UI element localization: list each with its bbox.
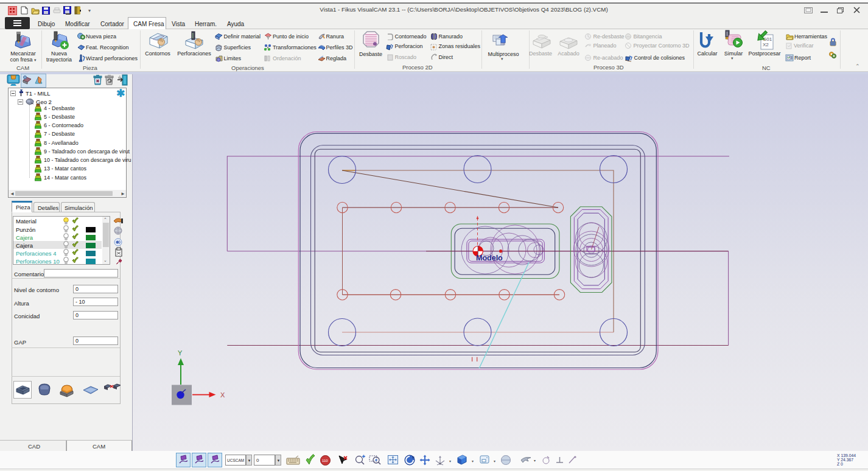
svg-text:110: 110 <box>322 459 328 462</box>
svg-text:Modelo: Modelo <box>476 254 503 262</box>
svg-text:X: X <box>220 391 225 399</box>
svg-text:Y: Y <box>178 349 183 357</box>
svg-text:X2: X2 <box>763 42 769 47</box>
